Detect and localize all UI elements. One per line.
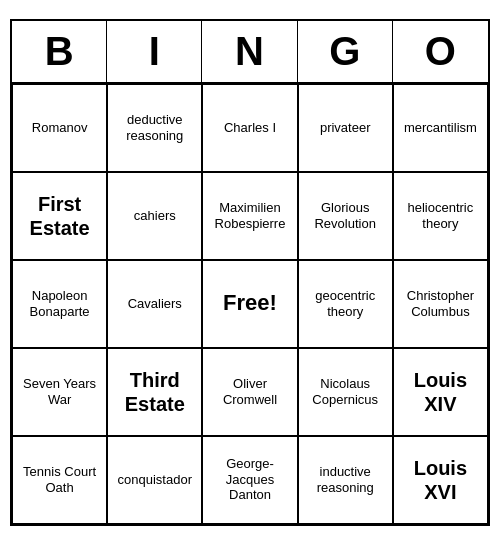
bingo-cell-15: Seven Years War: [12, 348, 107, 436]
bingo-cell-12: Free!: [202, 260, 297, 348]
bingo-cell-6: cahiers: [107, 172, 202, 260]
bingo-cell-18: Nicolaus Copernicus: [298, 348, 393, 436]
bingo-cell-7: Maximilien Robespierre: [202, 172, 297, 260]
bingo-header: BINGO: [12, 21, 488, 84]
header-letter-o: O: [393, 21, 488, 82]
bingo-cell-11: Cavaliers: [107, 260, 202, 348]
bingo-cell-4: mercantilism: [393, 84, 488, 172]
header-letter-n: N: [202, 21, 297, 82]
bingo-cell-2: Charles I: [202, 84, 297, 172]
bingo-card: BINGO Romanovdeductive reasoningCharles …: [10, 19, 490, 526]
header-letter-g: G: [298, 21, 393, 82]
bingo-cell-5: First Estate: [12, 172, 107, 260]
bingo-cell-16: Third Estate: [107, 348, 202, 436]
bingo-cell-22: George-Jacques Danton: [202, 436, 297, 524]
header-letter-b: B: [12, 21, 107, 82]
bingo-cell-20: Tennis Court Oath: [12, 436, 107, 524]
bingo-cell-0: Romanov: [12, 84, 107, 172]
bingo-cell-3: privateer: [298, 84, 393, 172]
bingo-cell-23: inductive reasoning: [298, 436, 393, 524]
bingo-cell-10: Napoleon Bonaparte: [12, 260, 107, 348]
bingo-cell-9: heliocentric theory: [393, 172, 488, 260]
bingo-cell-19: Louis XIV: [393, 348, 488, 436]
bingo-cell-1: deductive reasoning: [107, 84, 202, 172]
header-letter-i: I: [107, 21, 202, 82]
bingo-cell-17: Oliver Cromwell: [202, 348, 297, 436]
bingo-cell-14: Christopher Columbus: [393, 260, 488, 348]
bingo-cell-24: Louis XVI: [393, 436, 488, 524]
bingo-cell-21: conquistador: [107, 436, 202, 524]
bingo-cell-13: geocentric theory: [298, 260, 393, 348]
bingo-grid: Romanovdeductive reasoningCharles Ipriva…: [12, 84, 488, 524]
bingo-cell-8: Glorious Revolution: [298, 172, 393, 260]
